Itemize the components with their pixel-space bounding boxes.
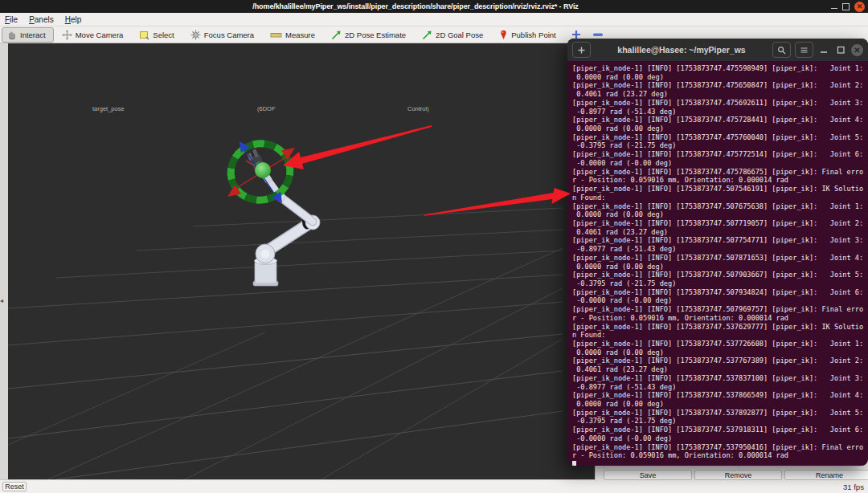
terminal-log-line: n Found:: [572, 331, 868, 340]
terminal-log-line: [piper_ik_node-1] [INFO] [1753873747.537…: [572, 426, 868, 434]
floor-grid: [8, 208, 563, 479]
terminal-log-line: [piper_ik_node-1] [INFO] [1753873747.475…: [572, 116, 868, 124]
terminal-log-line: [piper_ik_node-1] [INFO] [1753873747.475…: [572, 133, 868, 142]
panel-collapse-handle-icon[interactable]: ◂: [0, 297, 3, 304]
menu-help[interactable]: Help: [65, 15, 82, 24]
terminal-log-line: [piper_ik_node-1] [INFO] [1753873747.507…: [572, 202, 868, 211]
select-box-icon: [139, 30, 149, 40]
tool-measure[interactable]: Measure: [265, 27, 323, 43]
tool-focus-camera[interactable]: Focus Camera: [186, 27, 262, 43]
terminal-log-line: [piper_ik_node-1] [INFO] [1753873747.537…: [572, 357, 868, 365]
terminal-log-line: [piper_ik_node-1] [INFO] [1753873747.537…: [572, 323, 868, 332]
tool-select[interactable]: Select: [134, 27, 182, 43]
menu-file[interactable]: File: [5, 15, 18, 24]
tool-publish-point[interactable]: Publish Point: [494, 27, 563, 43]
terminal-log-line: r - Position: 0.059016 mm, Orientation: …: [572, 451, 868, 460]
tool-label: Focus Camera: [204, 31, 254, 39]
terminal-log-line: [piper_ik_node-1] [INFO] [1753873747.475…: [572, 168, 868, 177]
terminal-window[interactable]: khalillee@Hasee: ~/myPiper_ws ✕ [piper_i…: [567, 39, 868, 466]
terminal-log-line: [piper_ik_node-1] [INFO] [1753873747.475…: [572, 99, 868, 108]
terminal-log-line: [piper_ik_node-1] [INFO] [1753873747.537…: [572, 374, 868, 383]
terminal-log-line: r - Position: 0.059016 mm, Orientation: …: [572, 176, 868, 185]
terminal-log-line: 0.0000 rad (0.00 deg): [572, 210, 868, 219]
terminal-log-line: -0.8977 rad (-51.43 deg): [572, 383, 868, 392]
terminal-log-line: [piper_ik_node-1] [INFO] [1753873747.475…: [572, 150, 868, 159]
terminal-log-line: 0.0000 rad (0.00 deg): [572, 400, 868, 409]
terminal-log-line: 0.4061 rad (23.27 deg): [572, 365, 868, 374]
terminal-log-line: [piper_ik_node-1] [INFO] [1753873747.537…: [572, 340, 868, 348]
green-arrow-icon: [422, 30, 432, 40]
terminal-cursor: [572, 461, 576, 466]
minimize-icon[interactable]: [831, 8, 837, 10]
terminal-output[interactable]: [piper_ik_node-1] [INFO] [1753873747.475…: [567, 61, 868, 466]
tool-label: Interact: [20, 31, 46, 39]
marker-center-sphere: [255, 162, 271, 178]
tool-label: Measure: [285, 31, 315, 39]
rename-view-button[interactable]: Rename: [784, 470, 868, 480]
terminal-log-line: r - Position: 0.059016 mm, Orientation: …: [572, 314, 868, 323]
collapsed-panel-strip: ◂: [0, 43, 8, 479]
rviz-titlebar: /home/khalillee/myPiper_ws/install/piper…: [0, 0, 868, 13]
terminal-log-line: -0.3795 rad (-21.75 deg): [572, 279, 868, 288]
terminal-log-line: [piper_ik_node-1] [INFO] [1753873747.537…: [572, 391, 868, 400]
search-icon[interactable]: [772, 42, 791, 58]
menubar: File Panels Help: [0, 13, 868, 26]
hand-icon: [6, 30, 17, 40]
tool-move-camera[interactable]: Move Camera: [57, 27, 132, 43]
terminal-log-line: 0.4061 rad (23.27 deg): [572, 228, 868, 237]
close-icon[interactable]: ✕: [851, 44, 863, 56]
tool-label: Move Camera: [76, 31, 124, 39]
terminal-log-line: 0.0000 rad (0.00 deg): [572, 263, 868, 271]
tool-label: 2D Goal Pose: [436, 31, 483, 39]
terminal-log-line: 0.0000 rad (0.00 deg): [572, 348, 868, 357]
move-camera-icon: [62, 30, 72, 40]
terminal-log-line: -0.8977 rad (-51.43 deg): [572, 108, 868, 116]
window-controls: ✕: [831, 2, 868, 12]
new-tab-icon[interactable]: [572, 42, 591, 58]
terminal-log-line: [piper_ik_node-1] [INFO] [1753873747.507…: [572, 185, 868, 194]
remove-view-button[interactable]: Remove: [694, 470, 782, 480]
terminal-log-line: n Found:: [572, 194, 868, 202]
terminal-titlebar: khalillee@Hasee: ~/myPiper_ws ✕: [567, 39, 868, 61]
save-view-button[interactable]: Save: [604, 470, 692, 480]
tool-interact[interactable]: Interact: [2, 27, 54, 43]
window-title: /home/khalillee/myPiper_ws/install/piper…: [0, 2, 831, 10]
terminal-log-line: -0.8977 rad (-51.43 deg): [572, 245, 868, 254]
close-icon[interactable]: ✕: [854, 2, 865, 12]
focus-camera-icon: [190, 30, 201, 40]
menu-icon[interactable]: [795, 42, 813, 58]
green-arrow-icon: [331, 30, 342, 40]
terminal-log-line: [piper_ik_node-1] [INFO] [1753873747.507…: [572, 271, 868, 279]
tool-label: 2D Pose Estimate: [345, 31, 406, 39]
marker-label-6dof: (6DOF: [257, 105, 276, 112]
statusbar: Reset 31 fps: [0, 479, 868, 493]
menu-panels[interactable]: Panels: [29, 15, 54, 24]
maximize-icon[interactable]: [842, 3, 850, 10]
terminal-log-line: [piper_ik_node-1] [INFO] [1753873747.537…: [572, 443, 868, 452]
tool-label: Publish Point: [511, 31, 555, 39]
tool-2d-goal-pose[interactable]: 2D Goal Pose: [417, 27, 491, 43]
terminal-log-line: -0.0000 rad (-0.00 deg): [572, 296, 868, 305]
terminal-log-line: -0.3795 rad (-21.75 deg): [572, 141, 868, 150]
terminal-log-line: [piper_ik_node-1] [INFO] [1753873747.475…: [572, 64, 868, 73]
terminal-log-line: 0.4061 rad (23.27 deg): [572, 90, 868, 99]
maximize-icon[interactable]: [834, 43, 847, 57]
terminal-log-line: 0.0000 rad (0.00 deg): [572, 124, 868, 133]
terminal-log-line: [piper_ik_node-1] [INFO] [1753873747.507…: [572, 305, 868, 314]
reset-button[interactable]: Reset: [2, 482, 27, 491]
minimize-icon[interactable]: [817, 43, 830, 57]
terminal-title: khalillee@Hasee: ~/myPiper_ws: [595, 45, 768, 55]
fps-counter: 31 fps: [843, 483, 864, 491]
measure-ruler-icon: [270, 30, 282, 40]
terminal-log: [piper_ik_node-1] [INFO] [1753873747.475…: [572, 64, 868, 460]
terminal-log-line: [piper_ik_node-1] [INFO] [1753873747.507…: [572, 236, 868, 245]
terminal-log-line: [piper_ik_node-1] [INFO] [1753873747.507…: [572, 288, 868, 297]
map-pin-icon: [499, 30, 508, 40]
terminal-log-line: -0.0000 rad (-0.00 deg): [572, 434, 868, 443]
tool-label: Select: [153, 31, 174, 39]
marker-label-target-pose: target_pose: [92, 105, 125, 112]
terminal-log-line: [piper_ik_node-1] [INFO] [1753873747.507…: [572, 219, 868, 228]
terminal-log-line: [piper_ik_node-1] [INFO] [1753873747.475…: [572, 81, 868, 90]
tool-2d-pose-estimate[interactable]: 2D Pose Estimate: [326, 27, 414, 43]
terminal-log-line: [piper_ik_node-1] [INFO] [1753873747.537…: [572, 409, 868, 418]
